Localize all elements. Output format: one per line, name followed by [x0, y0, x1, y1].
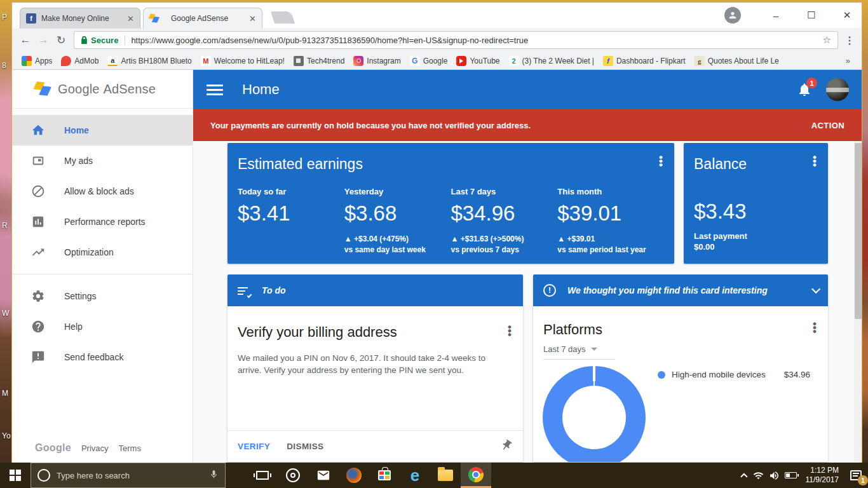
card-menu-icon[interactable]: •••: [659, 156, 663, 167]
firefox-app-button[interactable]: [339, 463, 369, 488]
sidebar-item-my-ads[interactable]: My ads: [12, 146, 193, 176]
admob-icon: [61, 56, 71, 66]
file-explorer-button[interactable]: [430, 463, 461, 488]
verify-button[interactable]: VERIFY: [238, 442, 270, 451]
bookmark-goodreads[interactable]: g Quotes About Life Le: [690, 56, 783, 66]
stat-delta: ▲ +$39.01: [557, 234, 664, 243]
earnings-today-column: Today so far $3.41: [238, 187, 344, 254]
sidebar-item-help[interactable]: Help: [12, 311, 193, 342]
forward-icon[interactable]: →: [34, 34, 52, 46]
bookmark-hitleap[interactable]: M Welcome to HitLeap!: [196, 56, 289, 66]
card-menu-icon[interactable]: •••: [813, 156, 817, 167]
terms-link[interactable]: Terms: [119, 444, 141, 453]
card-menu-icon[interactable]: •••: [508, 325, 512, 337]
bookmark-instagram[interactable]: Instagram: [349, 56, 405, 66]
tab-label: Google AdSense: [171, 14, 244, 23]
sidebar-item-performance-reports[interactable]: Performance reports: [12, 207, 193, 237]
adsense-sidebar: Google AdSense Home My ads Allow & block…: [12, 70, 193, 463]
chart-legend: High-end mobile devices $34.96: [658, 370, 810, 379]
bookmark-google[interactable]: G Google: [405, 56, 452, 66]
mail-icon: [316, 468, 330, 482]
notifications-bell-icon[interactable]: 1: [797, 82, 812, 97]
privacy-link[interactable]: Privacy: [81, 444, 109, 453]
battery-icon[interactable]: [785, 472, 797, 478]
screen: P 8 R W M Yo f Make Money Online ✕ Googl…: [0, 0, 868, 488]
tab-make-money-online[interactable]: f Make Money Online ✕: [20, 8, 140, 29]
alert-badge-icon: !: [543, 284, 556, 297]
close-tab-icon[interactable]: ✕: [249, 14, 256, 24]
payment-hold-alert: Your payments are currently on hold beca…: [193, 109, 862, 141]
chrome-app-button[interactable]: [461, 463, 491, 488]
scrollbar-thumb[interactable]: [855, 143, 862, 319]
todo-list-icon: [238, 285, 250, 295]
earnings-7days-column: Last 7 days $34.96 ▲ +$31.63 (+>500%) vs…: [451, 187, 558, 254]
hamburger-menu-icon[interactable]: [207, 82, 223, 98]
bookmark-label: Google: [423, 57, 448, 65]
dismiss-button[interactable]: DISMISS: [287, 442, 323, 451]
bookmark-youtube[interactable]: YouTube: [452, 56, 504, 66]
period-label: Last 7 days: [543, 344, 586, 354]
minimize-button[interactable]: –: [766, 10, 785, 21]
bookmark-flipkart[interactable]: f Dashboard - Flipkart: [599, 56, 690, 66]
clock-time: 1:12 PM: [806, 466, 839, 475]
volume-icon[interactable]: [769, 470, 780, 481]
close-button[interactable]: ✕: [837, 10, 857, 21]
mail-app-button[interactable]: [308, 463, 339, 488]
close-tab-icon[interactable]: ✕: [127, 14, 134, 24]
hidden-icons-chevron[interactable]: [740, 473, 747, 480]
sidebar-item-home[interactable]: Home: [12, 115, 193, 146]
taskbar-search-box[interactable]: Type here to search: [31, 463, 226, 488]
page-scrollbar[interactable]: [854, 141, 862, 462]
back-icon[interactable]: ←: [17, 34, 34, 46]
taskbar-clock[interactable]: 1:12 PM 11/9/2017: [802, 466, 843, 485]
bookmark-admob[interactable]: AdMob: [57, 56, 103, 66]
bookmark-label: Quotes About Life Le: [708, 57, 779, 65]
tab-google-adsense[interactable]: Google AdSense ✕: [143, 8, 262, 29]
wifi-icon[interactable]: [753, 470, 764, 481]
trending-up-icon: [31, 245, 45, 259]
alert-action-button[interactable]: ACTION: [811, 121, 844, 130]
chevron-down-icon[interactable]: [811, 285, 820, 294]
microphone-icon[interactable]: [209, 470, 219, 482]
bookmark-artis[interactable]: a Artis BH180M Blueto: [103, 56, 196, 66]
bookmark-star-icon[interactable]: ☆: [823, 34, 831, 46]
todo-title: Verify your billing address: [238, 324, 513, 341]
sidebar-item-send-feedback[interactable]: Send feedback: [12, 342, 193, 372]
recorder-app-button[interactable]: [278, 463, 308, 488]
reload-icon[interactable]: ↻: [52, 34, 70, 47]
task-view-button[interactable]: [247, 463, 278, 488]
account-avatar[interactable]: [826, 78, 849, 101]
my-ads-icon: [31, 154, 45, 168]
bookmarks-bar: Apps AdMob a Artis BH180M Blueto M Welco…: [12, 52, 862, 70]
sidebar-item-optimization[interactable]: Optimization: [12, 237, 193, 268]
windows-logo-icon: [10, 470, 21, 481]
legend-value: $34.96: [784, 370, 810, 379]
legend-label: High-end mobile devices: [672, 370, 766, 379]
edge-app-button[interactable]: e: [400, 463, 430, 488]
stat-comparison: vs previous 7 days: [451, 245, 558, 254]
sidebar-item-settings[interactable]: Settings: [12, 281, 193, 311]
store-app-button[interactable]: [369, 463, 400, 488]
address-bar[interactable]: Secure https://www.google.com/adsense/ne…: [74, 31, 838, 49]
maximize-button[interactable]: ☐: [802, 10, 821, 21]
profile-icon[interactable]: [724, 7, 741, 24]
period-dropdown[interactable]: Last 7 days: [543, 344, 615, 360]
stat-value: $39.01: [557, 201, 664, 226]
alert-message: Your payments are currently on hold beca…: [210, 121, 531, 130]
bookmark-2weekdiet[interactable]: 2 (3) The 2 Week Diet |: [505, 56, 599, 66]
bookmark-tech4trend[interactable]: Tech4trend: [289, 56, 349, 66]
bookmark-apps[interactable]: Apps: [17, 56, 57, 66]
todo-header-label: To do: [262, 285, 286, 295]
card-menu-icon[interactable]: •••: [813, 322, 817, 334]
youtube-icon: [456, 56, 466, 66]
adsense-appbar: Home 1: [193, 70, 862, 109]
start-button[interactable]: [0, 463, 31, 488]
action-center-button[interactable]: 1: [848, 467, 864, 484]
new-tab-button[interactable]: [271, 11, 295, 24]
browser-menu-icon[interactable]: ⋮: [842, 34, 857, 46]
pin-icon[interactable]: [500, 439, 513, 454]
bookmarks-overflow-chevron[interactable]: »: [846, 56, 857, 65]
platforms-card: ! We thought you might find this card in…: [533, 274, 828, 462]
sidebar-item-allow-block-ads[interactable]: Allow & block ads: [12, 176, 193, 207]
url-text[interactable]: https://www.google.com/adsense/new/u/0/p…: [131, 36, 817, 45]
